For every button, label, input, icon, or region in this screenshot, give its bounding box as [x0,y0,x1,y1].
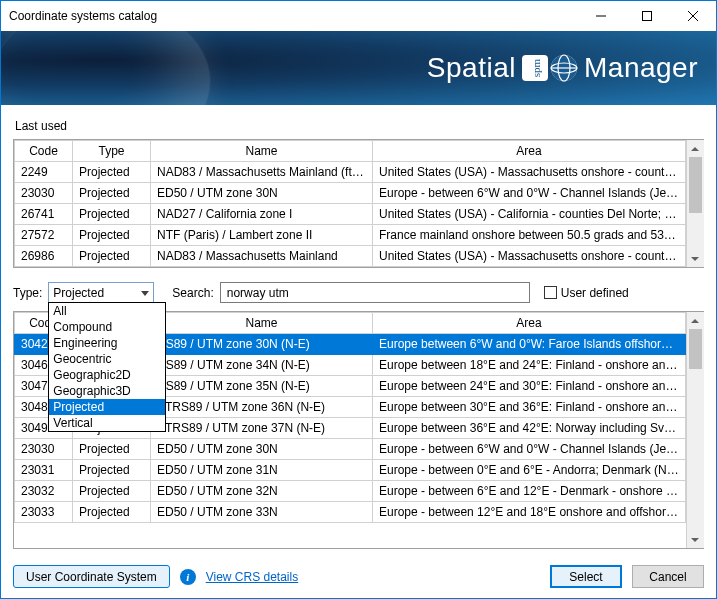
dropdown-option[interactable]: Geographic2D [49,367,165,383]
scroll-track[interactable] [687,329,704,531]
cell-name: RS89 / UTM zone 35N (N-E) [151,376,373,397]
chevron-down-icon [691,538,699,542]
cell-name: RS89 / UTM zone 30N (N-E) [151,334,373,355]
cell-area: Europe between 24°E and 30°E: Finland - … [373,376,686,397]
cell-name: NAD83 / Massachusetts Mainland (ftUS) [151,162,373,183]
last-used-grid: Code Type Name Area 2249ProjectedNAD83 /… [14,140,686,267]
minimize-icon [596,11,606,21]
cell-area: Europe between 6°W and 0°W: Faroe Island… [373,334,686,355]
cell-type: Projected [73,460,151,481]
window-root: Coordinate systems catalog Spatial spm [0,0,717,599]
brand-right: Manager [584,52,698,84]
maximize-button[interactable] [624,1,670,31]
table-row[interactable]: 26986ProjectedNAD83 / Massachusetts Main… [15,246,686,267]
scroll-down-button[interactable] [687,250,704,267]
cell-area: France mainland onshore between 50.5 gra… [373,225,686,246]
select-button[interactable]: Select [550,565,622,588]
user-coordinate-system-button[interactable]: User Coordinate System [13,565,170,588]
cell-name: ED50 / UTM zone 33N [151,502,373,523]
checkbox-box-icon [544,286,557,299]
last-used-table: Code Type Name Area 2249ProjectedNAD83 /… [13,139,704,268]
minimize-button[interactable] [578,1,624,31]
cell-code: 23033 [15,502,73,523]
cell-code: 2249 [15,162,73,183]
content-area: Last used Code Type Name Area [1,105,716,557]
col-header-area[interactable]: Area [373,141,686,162]
scroll-up-button[interactable] [687,312,704,329]
cell-area: United States (USA) - California - count… [373,204,686,225]
filter-row: Type: Projected AllCompoundEngineeringGe… [13,282,704,303]
cell-type: Projected [73,183,151,204]
dropdown-option[interactable]: Projected [49,399,165,415]
cell-type: Projected [73,502,151,523]
type-dropdown[interactable]: Projected [48,282,154,303]
col-header-name[interactable]: Name [151,313,373,334]
cell-type: Projected [73,439,151,460]
cell-code: 26741 [15,204,73,225]
col-header-area[interactable]: Area [373,313,686,334]
cell-code: 23030 [15,183,73,204]
cell-type: Projected [73,246,151,267]
cell-code: 23032 [15,481,73,502]
brand-left: Spatial [427,52,516,84]
close-button[interactable] [670,1,716,31]
maximize-icon [642,11,652,21]
svg-text:spm: spm [530,58,542,77]
scroll-down-button[interactable] [687,531,704,548]
cell-area: Europe between 36°E and 42°E: Norway inc… [373,418,686,439]
table-row[interactable]: 2249ProjectedNAD83 / Massachusetts Mainl… [15,162,686,183]
close-icon [688,11,698,21]
user-defined-checkbox[interactable]: User defined [544,286,629,300]
dropdown-option[interactable]: All [49,303,165,319]
table-row[interactable]: 23031ProjectedED50 / UTM zone 31NEurope … [15,460,686,481]
cell-area: Europe - between 6°W and 0°W - Channel I… [373,439,686,460]
cell-code: 27572 [15,225,73,246]
type-dropdown-value: Projected [53,286,104,300]
scroll-thumb[interactable] [689,329,702,369]
dropdown-option[interactable]: Geographic3D [49,383,165,399]
view-crs-details-link[interactable]: View CRS details [206,570,298,584]
dropdown-option[interactable]: Vertical [49,415,165,431]
titlebar: Coordinate systems catalog [1,1,716,31]
scroll-up-button[interactable] [687,140,704,157]
table-row[interactable]: 23032ProjectedED50 / UTM zone 32NEurope … [15,481,686,502]
scroll-thumb[interactable] [689,157,702,213]
cell-type: Projected [73,225,151,246]
cell-name: ED50 / UTM zone 30N [151,183,373,204]
cell-name: NAD83 / Massachusetts Mainland [151,246,373,267]
cell-name: ETRS89 / UTM zone 36N (N-E) [151,397,373,418]
cell-area: Europe - between 0°E and 6°E - Andorra; … [373,460,686,481]
col-header-name[interactable]: Name [151,141,373,162]
chevron-up-icon [691,147,699,151]
table-row[interactable]: 27572ProjectedNTF (Paris) / Lambert zone… [15,225,686,246]
dropdown-option[interactable]: Engineering [49,335,165,351]
col-header-code[interactable]: Code [15,141,73,162]
cell-type: Projected [73,162,151,183]
cancel-button[interactable]: Cancel [632,565,704,588]
cell-name: NAD27 / California zone I [151,204,373,225]
col-header-type[interactable]: Type [73,141,151,162]
last-used-label: Last used [15,119,704,133]
cell-code: 23031 [15,460,73,481]
scroll-track[interactable] [687,157,704,250]
cell-name: ED50 / UTM zone 30N [151,439,373,460]
table-row[interactable]: 23030ProjectedED50 / UTM zone 30NEurope … [15,439,686,460]
dropdown-option[interactable]: Geocentric [49,351,165,367]
cell-area: United States (USA) - Massachusetts onsh… [373,246,686,267]
cell-code: 23030 [15,439,73,460]
table-row[interactable]: 26741ProjectedNAD27 / California zone IU… [15,204,686,225]
cell-name: ED50 / UTM zone 31N [151,460,373,481]
search-input[interactable] [220,282,530,303]
type-label: Type: [13,286,42,300]
last-used-scrollbar[interactable] [686,140,703,267]
cell-name: ED50 / UTM zone 32N [151,481,373,502]
results-scrollbar[interactable] [686,312,703,548]
table-row[interactable]: 23033ProjectedED50 / UTM zone 33NEurope … [15,502,686,523]
brand-badge: spm [522,51,578,85]
type-dropdown-list[interactable]: AllCompoundEngineeringGeocentricGeograph… [48,302,166,432]
chevron-down-icon [691,257,699,261]
dropdown-option[interactable]: Compound [49,319,165,335]
table-row[interactable]: 23030ProjectedED50 / UTM zone 30NEurope … [15,183,686,204]
cell-area: Europe - between 6°E and 12°E - Denmark … [373,481,686,502]
cell-type: Projected [73,204,151,225]
